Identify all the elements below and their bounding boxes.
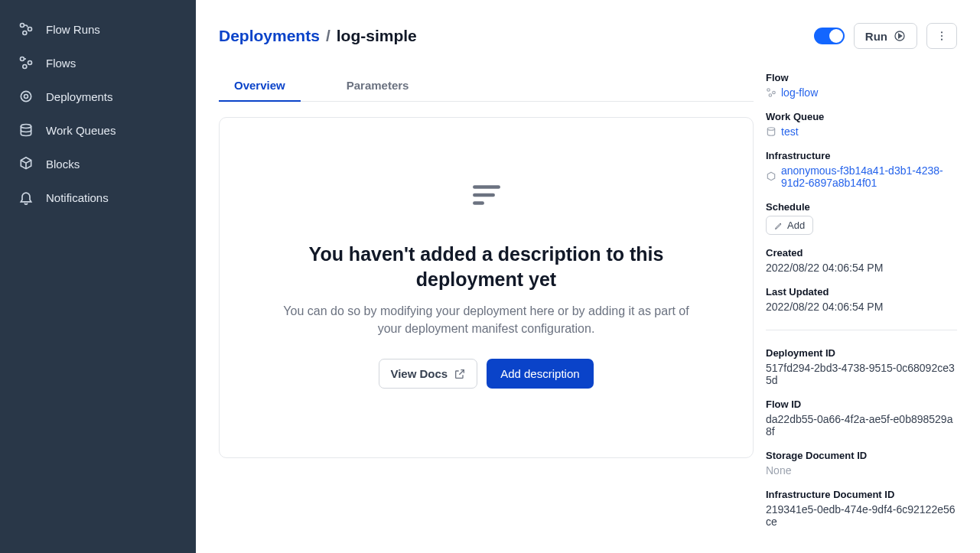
pencil-icon	[774, 221, 783, 230]
svg-point-17	[773, 91, 776, 94]
sidebar-item-blocks[interactable]: Blocks	[0, 147, 196, 181]
deployment-id-label: Deployment ID	[766, 347, 957, 359]
flow-link[interactable]: log-flow	[766, 86, 957, 99]
sidebar-item-label: Work Queues	[46, 124, 116, 137]
created-label: Created	[766, 247, 957, 259]
more-menu-button[interactable]	[926, 23, 957, 49]
created-value: 2022/08/22 04:06:54 PM	[766, 262, 957, 274]
svg-point-3	[21, 57, 24, 61]
view-docs-button[interactable]: View Docs	[379, 359, 477, 389]
main-content: Deployments / log-simple Run Overview	[196, 0, 980, 553]
svg-point-8	[21, 125, 31, 128]
storage-doc-id-value: None	[766, 464, 957, 477]
svg-point-18	[769, 94, 772, 97]
deployment-id-value: 517fd294-2bd3-4738-9515-0c68092ce35d	[766, 362, 957, 386]
view-docs-label: View Docs	[390, 368, 448, 379]
work-queue-value: test	[781, 125, 799, 138]
flow-value: log-flow	[781, 86, 818, 99]
sidebar-item-deployments[interactable]: Deployments	[0, 80, 196, 113]
breadcrumb: Deployments / log-simple	[219, 27, 417, 45]
work-queues-icon	[18, 122, 34, 138]
infrastructure-link[interactable]: anonymous-f3b14a41-d3b1-4238-91d2-6897a8…	[766, 164, 957, 189]
flow-runs-icon	[18, 21, 34, 37]
bell-icon	[18, 190, 34, 205]
svg-point-1	[28, 28, 32, 31]
sidebar-item-work-queues[interactable]: Work Queues	[0, 113, 196, 147]
svg-point-11	[941, 35, 943, 37]
blocks-icon	[18, 156, 34, 171]
svg-point-19	[767, 128, 774, 131]
sidebar: Flow Runs Flows Deployments Work Queues …	[0, 0, 196, 553]
sidebar-item-notifications[interactable]: Notifications	[0, 181, 196, 214]
svg-point-6	[21, 91, 31, 101]
last-updated-value: 2022/08/22 04:06:54 PM	[766, 301, 957, 313]
breadcrumb-current: log-simple	[337, 27, 417, 45]
work-queue-link[interactable]: test	[766, 125, 957, 138]
external-link-icon	[454, 368, 466, 380]
description-empty-card: You haven't added a description to this …	[219, 117, 754, 458]
flow-id-label: Flow ID	[766, 398, 957, 410]
empty-subtitle: You can do so by modifying your deployme…	[272, 302, 701, 337]
infrastructure-value: anonymous-f3b14a41-d3b1-4238-91d2-6897a8…	[781, 164, 957, 189]
add-schedule-label: Add	[787, 220, 805, 231]
infra-doc-id-value: 219341e5-0edb-474e-9df4-6c92122e56ce	[766, 503, 957, 528]
sidebar-item-label: Deployments	[46, 90, 113, 103]
breadcrumb-parent[interactable]: Deployments	[219, 27, 320, 45]
dots-vertical-icon	[936, 30, 948, 42]
flows-icon	[18, 55, 34, 70]
add-schedule-button[interactable]: Add	[766, 216, 813, 235]
tab-overview[interactable]: Overview	[219, 70, 301, 102]
active-toggle[interactable]	[814, 28, 845, 44]
sidebar-item-label: Blocks	[46, 158, 80, 171]
svg-point-0	[21, 24, 24, 28]
flow-icon	[766, 87, 777, 98]
left-column: Overview Parameters You haven't added a …	[219, 70, 754, 530]
flow-label: Flow	[766, 72, 957, 83]
cube-icon	[766, 171, 777, 182]
divider	[766, 330, 957, 330]
sidebar-item-label: Flows	[46, 57, 76, 70]
svg-point-4	[28, 61, 32, 65]
storage-doc-id-label: Storage Document ID	[766, 450, 957, 461]
infrastructure-label: Infrastructure	[766, 150, 957, 161]
empty-actions: View Docs Add description	[379, 359, 593, 389]
sidebar-item-flows[interactable]: Flows	[0, 46, 196, 80]
play-circle-icon	[894, 30, 906, 42]
add-description-button[interactable]: Add description	[487, 359, 593, 389]
sidebar-item-label: Flow Runs	[46, 23, 100, 36]
last-updated-label: Last Updated	[766, 286, 957, 298]
queue-icon	[766, 126, 777, 137]
details-panel: Flow log-flow Work Queue test	[766, 70, 957, 530]
svg-point-10	[941, 31, 943, 33]
work-queue-label: Work Queue	[766, 111, 957, 122]
sidebar-item-label: Notifications	[46, 191, 109, 204]
header: Deployments / log-simple Run	[219, 23, 957, 49]
deployments-icon	[18, 89, 34, 104]
svg-point-5	[23, 65, 27, 69]
header-actions: Run	[814, 23, 957, 49]
sidebar-item-flow-runs[interactable]: Flow Runs	[0, 12, 196, 46]
svg-point-16	[767, 89, 770, 92]
tabs: Overview Parameters	[219, 70, 754, 102]
bars-icon	[470, 179, 503, 211]
svg-point-2	[23, 31, 27, 35]
run-label: Run	[865, 31, 887, 42]
schedule-label: Schedule	[766, 201, 957, 213]
empty-title: You haven't added a description to this …	[288, 242, 685, 291]
infra-doc-id-label: Infrastructure Document ID	[766, 489, 957, 500]
svg-point-12	[941, 39, 943, 41]
flow-id-value: da22db55-0a66-4f2a-ae5f-e0b898529a8f	[766, 413, 957, 438]
svg-point-7	[24, 95, 28, 99]
breadcrumb-separator: /	[326, 27, 330, 45]
run-button[interactable]: Run	[854, 23, 917, 49]
tab-parameters[interactable]: Parameters	[331, 70, 425, 102]
